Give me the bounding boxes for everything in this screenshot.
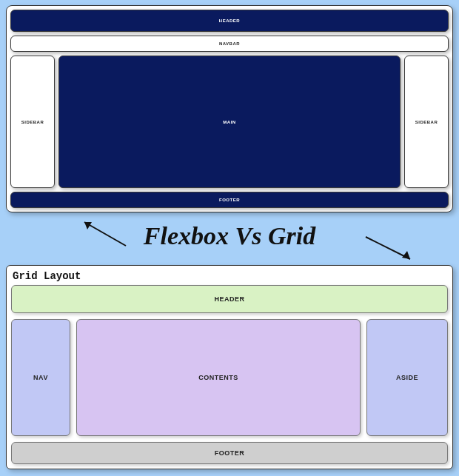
grid-layout-panel: Grid Layout HEADER NAV CONTENTS ASIDE FO… [6,265,453,469]
grid-aside: ASIDE [366,319,448,436]
flexbox-middle-row: SIDEBAR MAIN SIDEBAR [10,56,449,188]
flexbox-footer: FOOTER [10,192,449,208]
comparison-title: Flexbox Vs Grid [0,222,459,250]
comparison-title-area: Flexbox Vs Grid [0,218,459,264]
flexbox-header: HEADER [10,10,449,32]
flexbox-sidebar-left: SIDEBAR [10,56,55,188]
grid-footer: FOOTER [11,442,448,464]
flexbox-main: MAIN [58,56,401,188]
svg-marker-3 [402,251,410,259]
grid-layout-title: Grid Layout [11,269,448,285]
flexbox-layout-panel: HEADER NAVBAR SIDEBAR MAIN SIDEBAR FOOTE… [6,5,453,212]
grid-header: HEADER [11,285,448,313]
grid-nav: NAV [11,319,70,436]
grid-contents: CONTENTS [76,319,361,436]
grid-layout-area: HEADER NAV CONTENTS ASIDE FOOTER [11,285,448,464]
flexbox-sidebar-right: SIDEBAR [404,56,449,188]
flexbox-navbar: NAVBAR [10,36,449,52]
